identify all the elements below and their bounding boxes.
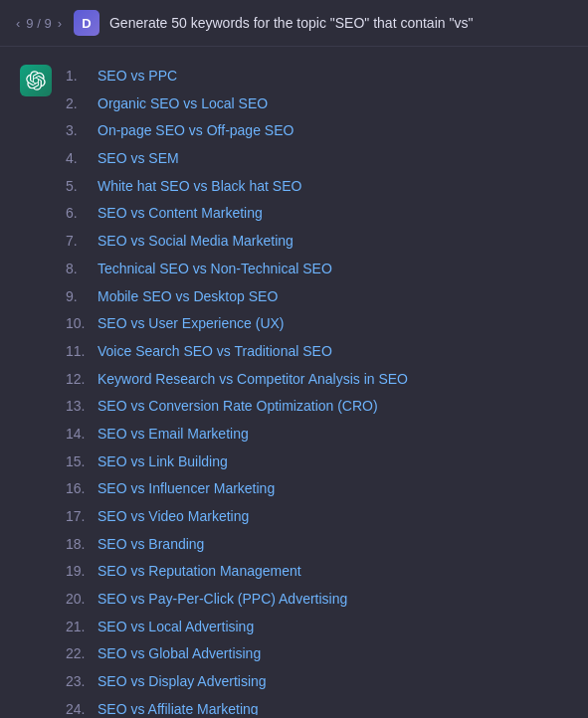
list-item: 9.Mobile SEO vs Desktop SEO bbox=[66, 283, 568, 311]
item-number: 18. bbox=[66, 534, 94, 556]
list-item: 10.SEO vs User Experience (UX) bbox=[66, 310, 568, 338]
list-item: 19.SEO vs Reputation Management bbox=[66, 558, 568, 586]
list-item: 4.SEO vs SEM bbox=[66, 145, 568, 173]
keyword-text: SEO vs SEM bbox=[98, 150, 179, 166]
item-number: 21. bbox=[66, 617, 94, 638]
list-item: 17.SEO vs Video Marketing bbox=[66, 503, 568, 531]
page-counter: 9 / 9 bbox=[24, 16, 53, 31]
item-number: 7. bbox=[66, 231, 94, 253]
keyword-text: SEO vs Display Advertising bbox=[98, 673, 267, 689]
item-number: 19. bbox=[66, 561, 94, 583]
navigation-arrows[interactable]: ‹ 9 / 9 › bbox=[14, 16, 64, 31]
keyword-text: Organic SEO vs Local SEO bbox=[98, 95, 268, 111]
keyword-text: SEO vs Branding bbox=[98, 536, 204, 552]
item-number: 24. bbox=[66, 699, 94, 715]
item-number: 2. bbox=[66, 93, 94, 115]
ai-icon bbox=[20, 65, 52, 96]
list-item: 24.SEO vs Affiliate Marketing bbox=[66, 696, 568, 715]
list-item: 14.SEO vs Email Marketing bbox=[66, 421, 568, 449]
keyword-text: SEO vs Global Advertising bbox=[98, 645, 261, 661]
item-number: 9. bbox=[66, 286, 94, 308]
item-number: 23. bbox=[66, 671, 94, 693]
item-number: 15. bbox=[66, 451, 94, 473]
list-item: 12.Keyword Research vs Competitor Analys… bbox=[66, 366, 568, 394]
item-number: 1. bbox=[66, 66, 94, 88]
prev-arrow[interactable]: ‹ bbox=[14, 16, 22, 31]
item-number: 16. bbox=[66, 478, 94, 500]
keyword-text: SEO vs Link Building bbox=[98, 453, 228, 469]
user-avatar: D bbox=[74, 10, 99, 36]
item-number: 13. bbox=[66, 396, 94, 418]
keyword-text: Keyword Research vs Competitor Analysis … bbox=[98, 371, 408, 387]
list-item: 18.SEO vs Branding bbox=[66, 531, 568, 559]
header-title: Generate 50 keywords for the topic "SEO"… bbox=[109, 15, 473, 31]
list-item: 5.White hat SEO vs Black hat SEO bbox=[66, 173, 568, 201]
keyword-text: Voice Search SEO vs Traditional SEO bbox=[98, 343, 332, 359]
keyword-text: SEO vs Reputation Management bbox=[98, 563, 301, 579]
list-item: 23.SEO vs Display Advertising bbox=[66, 668, 568, 696]
content-area: 1.SEO vs PPC2.Organic SEO vs Local SEO3.… bbox=[0, 47, 588, 715]
item-number: 11. bbox=[66, 341, 94, 363]
list-item: 1.SEO vs PPC bbox=[66, 63, 568, 90]
keyword-text: On-page SEO vs Off-page SEO bbox=[98, 122, 294, 138]
list-item: 11.Voice Search SEO vs Traditional SEO bbox=[66, 338, 568, 366]
item-number: 22. bbox=[66, 643, 94, 665]
item-number: 17. bbox=[66, 506, 94, 528]
item-number: 3. bbox=[66, 120, 94, 142]
item-number: 12. bbox=[66, 369, 94, 391]
list-item: 13.SEO vs Conversion Rate Optimization (… bbox=[66, 393, 568, 421]
keyword-text: SEO vs Local Advertising bbox=[98, 619, 254, 634]
keyword-text: SEO vs Social Media Marketing bbox=[98, 233, 294, 249]
keyword-text: SEO vs User Experience (UX) bbox=[98, 315, 285, 331]
keyword-text: SEO vs PPC bbox=[98, 68, 177, 84]
item-number: 5. bbox=[66, 176, 94, 198]
keyword-text: SEO vs Content Marketing bbox=[98, 205, 263, 221]
item-number: 14. bbox=[66, 424, 94, 446]
keyword-text: SEO vs Influencer Marketing bbox=[98, 480, 275, 496]
keyword-text: SEO vs Pay-Per-Click (PPC) Advertising bbox=[98, 591, 347, 607]
item-number: 4. bbox=[66, 148, 94, 170]
list-item: 3.On-page SEO vs Off-page SEO bbox=[66, 117, 568, 145]
header: ‹ 9 / 9 › D Generate 50 keywords for the… bbox=[0, 0, 588, 47]
item-number: 10. bbox=[66, 313, 94, 335]
list-item: 16.SEO vs Influencer Marketing bbox=[66, 475, 568, 503]
list-item: 8.Technical SEO vs Non-Technical SEO bbox=[66, 256, 568, 283]
keyword-text: White hat SEO vs Black hat SEO bbox=[98, 178, 301, 194]
list-item: 21.SEO vs Local Advertising bbox=[66, 614, 568, 641]
keyword-list: 1.SEO vs PPC2.Organic SEO vs Local SEO3.… bbox=[66, 63, 568, 715]
list-item: 22.SEO vs Global Advertising bbox=[66, 640, 568, 668]
response-block: 1.SEO vs PPC2.Organic SEO vs Local SEO3.… bbox=[20, 63, 568, 715]
keyword-text: SEO vs Video Marketing bbox=[98, 508, 249, 524]
list-item: 2.Organic SEO vs Local SEO bbox=[66, 90, 568, 118]
next-arrow[interactable]: › bbox=[56, 16, 64, 31]
item-number: 20. bbox=[66, 589, 94, 611]
list-item: 20.SEO vs Pay-Per-Click (PPC) Advertisin… bbox=[66, 586, 568, 614]
list-item: 15.SEO vs Link Building bbox=[66, 449, 568, 476]
keyword-text: SEO vs Email Marketing bbox=[98, 426, 249, 442]
keyword-text: SEO vs Conversion Rate Optimization (CRO… bbox=[98, 398, 378, 414]
item-number: 8. bbox=[66, 259, 94, 280]
keyword-text: SEO vs Affiliate Marketing bbox=[98, 701, 259, 715]
list-item: 6.SEO vs Content Marketing bbox=[66, 200, 568, 228]
item-number: 6. bbox=[66, 203, 94, 225]
keyword-text: Technical SEO vs Non-Technical SEO bbox=[98, 261, 332, 276]
keyword-text: Mobile SEO vs Desktop SEO bbox=[98, 288, 278, 304]
list-item: 7.SEO vs Social Media Marketing bbox=[66, 228, 568, 256]
